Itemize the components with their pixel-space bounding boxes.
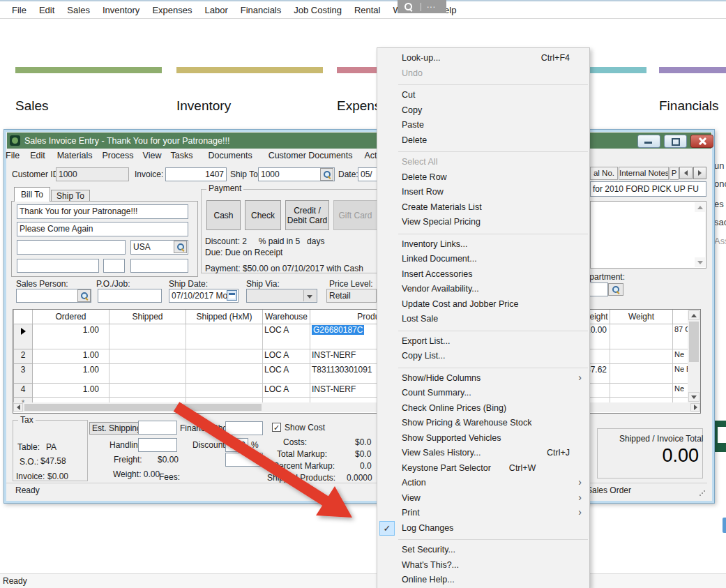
grid-column-header[interactable]: Shipped (HxM) bbox=[186, 310, 263, 324]
window-titlebar[interactable]: Sales Invoice Entry - Thank You for your… bbox=[7, 133, 711, 149]
right-panel-tab[interactable]: al No. bbox=[590, 167, 618, 180]
grid-column-header[interactable]: Weight bbox=[610, 310, 673, 324]
context-menu-item[interactable]: What's This?... bbox=[377, 558, 589, 573]
grid-cell[interactable] bbox=[109, 384, 186, 398]
category-tile[interactable]: Sales bbox=[15, 98, 49, 114]
context-menu-item[interactable]: Print› bbox=[377, 506, 589, 521]
grid-cell[interactable]: 4 bbox=[14, 384, 33, 398]
context-menu-item[interactable]: Inventory Links... bbox=[377, 237, 589, 252]
grid-hscrollbar[interactable] bbox=[13, 402, 700, 412]
tab-bill-to[interactable]: Bill To bbox=[14, 187, 50, 202]
finance-chg-field[interactable] bbox=[225, 421, 263, 435]
grid-cell[interactable]: 1.00 bbox=[33, 384, 109, 398]
tab-scroll-left-button[interactable] bbox=[679, 167, 693, 179]
vehicle-field[interactable]: for 2010 FORD PICK UP FU bbox=[590, 181, 706, 197]
est-shipping-field[interactable] bbox=[138, 421, 177, 435]
grid-cell[interactable]: LOC A bbox=[263, 364, 310, 384]
country-lookup-button[interactable] bbox=[174, 241, 187, 253]
right-panel-tab[interactable]: P bbox=[670, 167, 679, 180]
scroll-left-button[interactable] bbox=[13, 403, 23, 412]
scroll-right-button[interactable] bbox=[690, 403, 700, 412]
grid-cell[interactable]: 1.00 bbox=[33, 364, 109, 384]
grid-cell[interactable] bbox=[186, 324, 263, 349]
grid-cell[interactable] bbox=[610, 349, 673, 364]
grid-cell[interactable]: 87 CH bbox=[673, 324, 688, 349]
window-menu-item[interactable]: Documents bbox=[208, 151, 252, 160]
context-menu-item[interactable]: Keystone Part SelectorCtrl+W bbox=[377, 461, 589, 476]
grid-column-header[interactable] bbox=[673, 310, 688, 324]
context-menu-item[interactable]: Cut bbox=[377, 88, 589, 103]
grid-cell[interactable] bbox=[186, 384, 263, 398]
context-menu-item[interactable]: View Special Pricing bbox=[377, 215, 589, 230]
context-menu-item[interactable]: Lost Sale bbox=[377, 312, 589, 327]
window-menu-item[interactable]: Process bbox=[102, 151, 133, 160]
context-menu-item[interactable]: Online Help... bbox=[377, 573, 589, 588]
customer-id-field[interactable]: 1000 bbox=[56, 167, 129, 181]
grid-cell[interactable]: Ne bbox=[673, 384, 688, 398]
price-level-field[interactable]: Retail bbox=[326, 289, 377, 303]
context-menu-item[interactable]: Show Supported Vehicles bbox=[377, 431, 589, 446]
window-menu-item[interactable]: View bbox=[143, 151, 162, 160]
scroll-up-button[interactable] bbox=[688, 310, 699, 320]
context-menu-item[interactable]: Look-up...Ctrl+F4 bbox=[377, 51, 589, 66]
grid-column-header[interactable]: Warehouse bbox=[263, 310, 310, 324]
billto-address-field[interactable] bbox=[17, 240, 126, 255]
window-menu-item[interactable]: Edit bbox=[30, 151, 45, 160]
app-menu-item[interactable]: Inventory bbox=[96, 5, 146, 15]
grid-cell[interactable]: LOC A bbox=[263, 349, 310, 364]
app-menu-item[interactable]: Sales bbox=[61, 5, 96, 15]
category-tile[interactable]: Financials bbox=[659, 98, 719, 114]
sales-person-lookup-button[interactable] bbox=[77, 289, 91, 302]
notes-scroll-up[interactable] bbox=[695, 202, 705, 212]
handling-field[interactable] bbox=[138, 438, 177, 452]
search-more[interactable]: ... bbox=[427, 0, 436, 10]
context-menu-item[interactable]: Log Changes✓ bbox=[377, 521, 589, 536]
grid-cell[interactable] bbox=[186, 349, 263, 364]
app-menu-item[interactable]: Job Costing bbox=[287, 5, 348, 15]
context-menu-item[interactable]: Action› bbox=[377, 476, 589, 491]
department-lookup-button[interactable] bbox=[608, 283, 623, 296]
discount-field[interactable]: 0.00 bbox=[225, 438, 248, 452]
grid-cell[interactable] bbox=[610, 384, 673, 398]
resize-grip[interactable] bbox=[699, 490, 705, 496]
context-menu-item[interactable]: Show/Hide Columns› bbox=[377, 371, 589, 386]
billto-line2-field[interactable]: Please Come Again bbox=[17, 222, 188, 236]
grid-cell[interactable]: LOC A bbox=[263, 384, 310, 398]
fees-field[interactable] bbox=[225, 453, 263, 467]
context-menu-item[interactable]: Copy bbox=[377, 103, 589, 119]
grid-column-header[interactable]: Ordered bbox=[33, 310, 109, 324]
context-menu-item[interactable]: Paste bbox=[377, 118, 589, 133]
notes-textarea[interactable] bbox=[590, 201, 706, 269]
context-menu-item[interactable]: Set Security... bbox=[377, 543, 589, 558]
payment-button-check[interactable]: Check bbox=[245, 200, 281, 230]
grid-cell[interactable] bbox=[109, 364, 186, 384]
grid-cell[interactable] bbox=[610, 364, 673, 384]
context-menu-item[interactable]: Export List... bbox=[377, 334, 589, 349]
po-job-field[interactable] bbox=[98, 289, 162, 303]
grid-column-header[interactable]: Shipped bbox=[109, 310, 186, 324]
tab-ship-to[interactable]: Ship To bbox=[51, 190, 90, 202]
grid-cell[interactable] bbox=[109, 324, 186, 349]
ship-to-lookup-button[interactable] bbox=[320, 168, 333, 181]
context-menu-item[interactable]: Vendor Availability... bbox=[377, 282, 589, 297]
grid-cell[interactable]: 3 bbox=[14, 364, 33, 384]
billto-line1-field[interactable]: Thank You for your Patronage!!! bbox=[17, 204, 188, 219]
grid-column-header[interactable] bbox=[14, 310, 33, 324]
grid-cell[interactable]: 2 bbox=[14, 349, 33, 364]
payment-button-cash[interactable]: Cash bbox=[206, 200, 241, 230]
context-menu-item[interactable]: View› bbox=[377, 491, 589, 506]
vscroll-thumb[interactable] bbox=[689, 322, 699, 362]
app-menu-item[interactable]: Expenses bbox=[146, 5, 198, 15]
app-menu-item[interactable]: Rental bbox=[348, 5, 387, 15]
tab-scroll-right-button[interactable] bbox=[693, 167, 706, 179]
context-menu-item[interactable]: Linked Document... bbox=[377, 252, 589, 267]
show-cost-checkbox[interactable]: ✓ bbox=[272, 423, 281, 432]
billto-city-field[interactable] bbox=[17, 259, 99, 273]
billto-state-field[interactable] bbox=[103, 259, 125, 273]
category-tile[interactable]: Inventory bbox=[176, 98, 231, 114]
context-menu-item[interactable]: Create Materials List bbox=[377, 200, 589, 216]
app-menu-item[interactable]: Financials bbox=[234, 5, 288, 15]
grid-cell[interactable] bbox=[610, 324, 673, 349]
payment-button-credit[interactable]: Credit / Debit Card bbox=[285, 200, 329, 230]
grid-cell[interactable]: Ne Ba bbox=[673, 364, 688, 384]
